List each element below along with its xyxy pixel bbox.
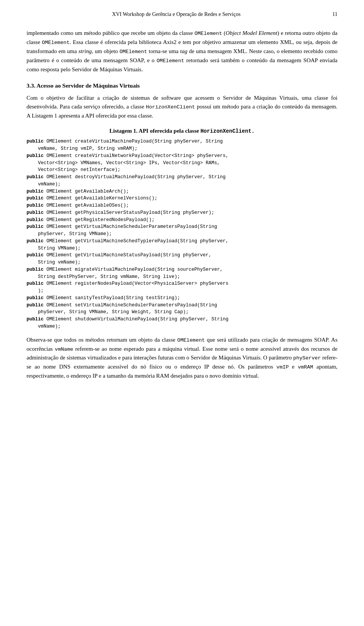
listing-title: Listagem 1. API oferecida pela classe Ho… <box>27 128 337 134</box>
listing-title-text: Listagem 1. API oferecida pela classe <box>110 128 201 134</box>
section-heading-text: 3.3. Acesso ao Servidor de Máquinas Virt… <box>27 82 140 89</box>
code-vmname-1: vmName <box>55 347 74 352</box>
code-omelement-1: OMElement <box>195 31 222 36</box>
page: XVI Workshop de Gerência e Operação de R… <box>0 0 364 626</box>
code-vmip-1: vmIP <box>276 364 289 370</box>
page-number: 11 <box>326 11 337 17</box>
paragraph-1: implementado como um método público que … <box>27 29 337 74</box>
page-header: XVI Workshop de Gerência e Operação de R… <box>27 11 337 17</box>
code-block: public OMElement createVirtualMachinePay… <box>27 138 337 330</box>
header-title: XVI Workshop de Gerência e Operação de R… <box>27 11 326 17</box>
section-heading: 3.3. Acesso ao Servidor de Máquinas Virt… <box>27 82 337 89</box>
paragraph-3: Observa-se que todos os métodos retornam… <box>27 336 337 381</box>
code-vmram-1: vmRAM <box>298 364 313 370</box>
code-physerver-1: phyServer <box>293 355 321 361</box>
code-omelement-2: OMElement <box>42 40 70 45</box>
paragraph-2: Com o objetivo de facilitar a criação de… <box>27 94 337 120</box>
listing-title-code: HorizonXenClient. <box>201 128 255 134</box>
code-omelement-3: OMElement <box>119 49 147 55</box>
code-horizonxenclient-1: HorizonXenClient <box>146 104 195 110</box>
code-omelement-5: OMElement <box>177 337 205 343</box>
code-omelement-4: OMElement <box>157 58 184 64</box>
